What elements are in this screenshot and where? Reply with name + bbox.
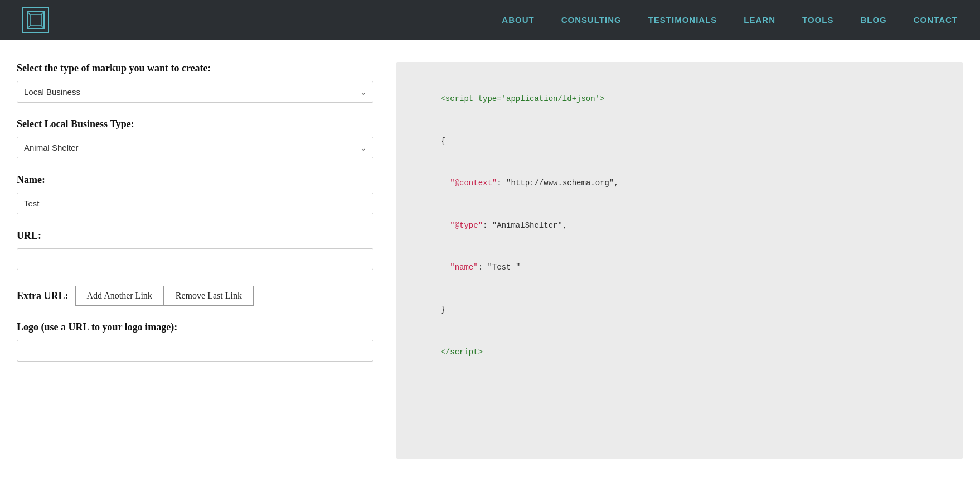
- code-line-2: {: [413, 121, 947, 163]
- business-type-select[interactable]: Animal ShelterRestaurantDentistDoctorHot…: [17, 137, 373, 158]
- extra-url-row: Extra URL: Add Another Link Remove Last …: [17, 286, 373, 306]
- code-line-5: "name": "Test ": [413, 247, 947, 289]
- code-type-key: "@type": [450, 221, 483, 230]
- business-type-section: Select Local Business Type: Animal Shelt…: [17, 118, 373, 158]
- nav-item-contact[interactable]: CONTACT: [914, 15, 958, 25]
- name-section: Name:: [17, 174, 373, 214]
- nav-item-about[interactable]: ABOUT: [502, 15, 534, 25]
- code-name-val: "Test ": [487, 263, 520, 272]
- nav-item-blog[interactable]: BLOG: [860, 15, 886, 25]
- code-line-4: "@type": "AnimalShelter",: [413, 205, 947, 247]
- page-wrapper: Select the type of markup you want to cr…: [0, 40, 980, 481]
- url-input[interactable]: [17, 248, 373, 270]
- svg-rect-1: [30, 15, 41, 26]
- code-line-3: "@context": "http://www.schema.org",: [413, 162, 947, 205]
- code-line-7: </script>: [413, 331, 947, 373]
- site-logo: [22, 7, 49, 33]
- code-context-key: "@context": [450, 179, 497, 187]
- code-line-6: }: [413, 289, 947, 331]
- remove-last-link-button[interactable]: Remove Last Link: [164, 286, 254, 306]
- code-context-val: "http://www.schema.org": [506, 179, 614, 187]
- markup-type-label: Select the type of markup you want to cr…: [17, 62, 373, 74]
- url-label: URL:: [17, 230, 373, 242]
- business-type-label: Select Local Business Type:: [17, 118, 373, 130]
- code-tag-open: <script type='application/ld+json'>: [440, 94, 604, 103]
- nav-links-list: ABOUT CONSULTING TESTIMONIALS LEARN TOOL…: [502, 15, 958, 25]
- nav-item-testimonials[interactable]: TESTIMONIALS: [648, 15, 717, 25]
- code-line-1: <script type='application/ld+json'>: [413, 78, 947, 121]
- logo-input[interactable]: [17, 340, 373, 362]
- business-type-select-wrapper: Animal ShelterRestaurantDentistDoctorHot…: [17, 137, 373, 158]
- form-panel: Select the type of markup you want to cr…: [17, 62, 396, 459]
- code-close-brace: }: [440, 305, 445, 314]
- code-name-key: "name": [450, 263, 478, 272]
- nav-item-tools[interactable]: TOOLS: [802, 15, 833, 25]
- url-section: URL:: [17, 230, 373, 270]
- code-open-brace: {: [440, 137, 445, 146]
- extra-url-label: Extra URL:: [17, 290, 69, 302]
- code-type-val: "AnimalShelter": [492, 221, 562, 230]
- logo-section: Logo (use a URL to your logo image):: [17, 321, 373, 362]
- name-input[interactable]: [17, 193, 373, 214]
- logo-label: Logo (use a URL to your logo image):: [17, 321, 373, 333]
- main-nav: ABOUT CONSULTING TESTIMONIALS LEARN TOOL…: [0, 0, 980, 40]
- nav-item-learn[interactable]: LEARN: [744, 15, 775, 25]
- add-another-link-button[interactable]: Add Another Link: [75, 286, 164, 306]
- markup-type-select-wrapper: Local BusinessPersonOrganizationProductA…: [17, 81, 373, 103]
- name-label: Name:: [17, 174, 373, 186]
- code-output-panel: <script type='application/ld+json'> { "@…: [396, 62, 963, 459]
- markup-type-select[interactable]: Local BusinessPersonOrganizationProductA…: [17, 81, 373, 103]
- markup-type-section: Select the type of markup you want to cr…: [17, 62, 373, 103]
- nav-item-consulting[interactable]: CONSULTING: [561, 15, 622, 25]
- code-tag-close: </script>: [440, 348, 483, 357]
